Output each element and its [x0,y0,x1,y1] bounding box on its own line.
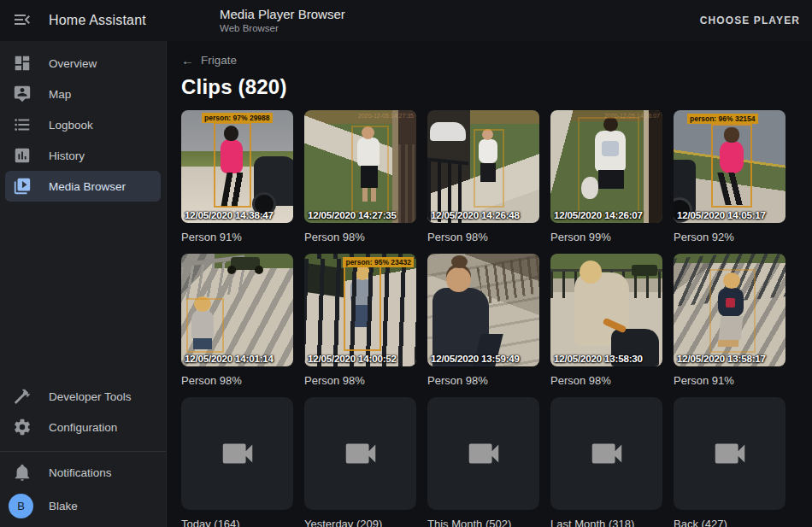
folder-item[interactable]: Yesterday (209) [304,397,416,527]
format-list-bulleted-icon [12,114,32,135]
folder-label: This Month (502) [427,518,539,527]
sidebar-toggle-button[interactable] [5,3,39,38]
detection-box [186,298,224,353]
detection-box [351,126,389,213]
cog-icon [12,417,32,437]
detection-label: person: 96% 32154 [687,114,758,124]
sidebar-item-label: History [49,149,85,162]
detection-box [474,129,504,208]
sidebar-divider [0,451,166,452]
sidebar-item-developer-tools[interactable]: Developer Tools [5,381,161,412]
breadcrumb-label: Frigate [201,54,237,67]
sidebar-item-label: Developer Tools [49,390,132,403]
clip-caption: Person 98% [304,231,416,244]
sidebar-spacer [0,202,166,381]
page-title: Clips (820) [181,75,812,99]
sidebar-item-map[interactable]: Map [5,79,161,109]
clip-item[interactable]: 12/05/2020 13:59:49 Person 98% [427,254,539,388]
clip-caption: Person 99% [550,231,662,244]
video-icon [464,434,503,473]
media-player-title: Media Player Browser [220,7,345,22]
folder-item[interactable]: This Month (502) [427,397,539,527]
sidebar-footer-nav: Developer ToolsConfiguration [0,381,166,442]
clip-item[interactable]: 12/05/2020 14:01:14 Person 98% [181,254,293,388]
app-header-left: Home Assistant [0,3,167,38]
sidebar-item-label: Overview [49,57,97,70]
clip-item[interactable]: 12/05/2020 14:27:35 2020-12-05 14:27:35 … [304,110,416,244]
choose-player-button[interactable]: CHOOSE PLAYER [700,15,800,26]
sidebar-item-logbook[interactable]: Logbook [5,109,161,140]
clip-item[interactable]: 12/05/2020 13:58:30 Person 98% [550,254,662,388]
clip-timestamp: 12/05/2020 14:01:14 [185,353,291,364]
detection-box [344,264,381,351]
clip-timestamp: 12/05/2020 14:00:52 [308,353,415,364]
folder-item[interactable]: Today (164) [181,397,293,527]
profile-name: Blake [49,500,78,512]
sidebar-item-label: Map [49,88,71,101]
clip-item[interactable]: 12/05/2020 14:26:48 Person 98% [427,110,539,244]
clip-thumbnail: 12/05/2020 14:26:07 2020-12-05 14:26:07 [550,110,662,223]
clip-timestamp: 12/05/2020 14:26:48 [431,209,538,220]
sidebar-item-label: Notifications [49,466,112,479]
clip-timestamp: 12/05/2020 13:59:49 [431,353,538,364]
video-icon [587,434,627,473]
bell-icon [12,462,32,483]
sidebar-item-configuration[interactable]: Configuration [5,412,161,442]
page-header-title: Media Player Browser Web Browser [220,7,345,34]
app-header: Home Assistant Media Player Browser Web … [0,0,812,41]
thumbnail-figure [254,156,293,206]
sidebar-item-label: Configuration [49,421,117,434]
clip-thumbnail: 12/05/2020 14:27:35 2020-12-05 14:27:35 [304,110,416,223]
media-player-subtitle: Web Browser [220,22,345,34]
clip-thumbnail: 12/05/2020 14:01:14 [181,254,293,366]
clip-item[interactable]: 12/05/2020 14:26:07 2020-12-05 14:26:07 … [550,110,662,244]
view-dashboard-icon [12,53,32,73]
clip-item[interactable]: 12/05/2020 14:05:17 person: 96% 32154 Pe… [674,110,786,244]
sidebar-profile[interactable]: B Blake [5,488,161,524]
clip-thumbnail: 12/05/2020 14:26:48 [427,110,539,223]
tooltip-account-icon [12,84,32,104]
poll-box-icon [12,145,32,166]
media-browser-content: ← Frigate Clips (820) 12/05/2020 14:38:4… [168,41,812,527]
clip-caption: Person 98% [181,374,293,388]
clip-item[interactable]: 12/05/2020 13:58:17 Person 91% [674,254,786,388]
clip-thumbnail: 12/05/2020 13:59:49 [427,254,539,366]
sidebar-item-history[interactable]: History [5,140,161,171]
camera-overlay-timestamp: 2020-12-05 14:27:35 [358,113,414,119]
sidebar-nav: OverviewMapLogbookHistoryMedia Browser [0,48,166,202]
clip-caption: Person 91% [674,374,786,388]
clip-thumbnail: 12/05/2020 14:00:52 person: 95% 23432 [304,254,416,366]
video-icon [218,434,257,473]
thumbnail-figure [644,110,662,223]
camera-overlay-timestamp: 2020-12-05 14:26:07 [604,113,660,119]
clip-timestamp: 12/05/2020 14:05:17 [677,209,784,220]
folder-item[interactable]: Last Month (318) [550,397,662,527]
folder-thumbnail [674,397,786,510]
folder-thumbnail [427,397,539,510]
avatar: B [9,494,33,518]
clip-thumbnail: 12/05/2020 13:58:30 [550,254,662,366]
folder-item[interactable]: Back (427) [674,397,786,527]
clip-caption: Person 92% [674,231,786,244]
video-icon [341,434,380,473]
clip-thumbnail: 12/05/2020 14:05:17 person: 96% 32154 [674,110,786,223]
app-title: Home Assistant [49,13,146,28]
sidebar-item-media-browser[interactable]: Media Browser [5,171,161,202]
video-icon [710,434,750,473]
folder-thumbnail [181,397,293,510]
clip-item[interactable]: 12/05/2020 14:00:52 person: 95% 23432 Pe… [304,254,416,388]
detection-box [711,124,752,208]
thumbnail-figure [674,160,696,216]
clip-caption: Person 98% [427,231,539,244]
breadcrumb-back[interactable]: ← Frigate [181,53,237,67]
clip-timestamp: 12/05/2020 14:38:47 [185,209,291,220]
clip-caption: Person 91% [181,231,293,244]
sidebar-item-notifications[interactable]: Notifications [5,457,161,488]
clip-thumbnail: 12/05/2020 14:38:47 person: 97% 29988 [181,110,293,223]
folder-label: Back (427) [674,518,786,527]
clip-item[interactable]: 12/05/2020 14:38:47 person: 97% 29988 Pe… [181,110,293,244]
sidebar: OverviewMapLogbookHistoryMedia Browser D… [0,41,167,527]
clip-timestamp: 12/05/2020 14:26:07 [554,209,661,220]
thumbnail-figure [430,122,466,141]
sidebar-item-overview[interactable]: Overview [5,48,161,79]
